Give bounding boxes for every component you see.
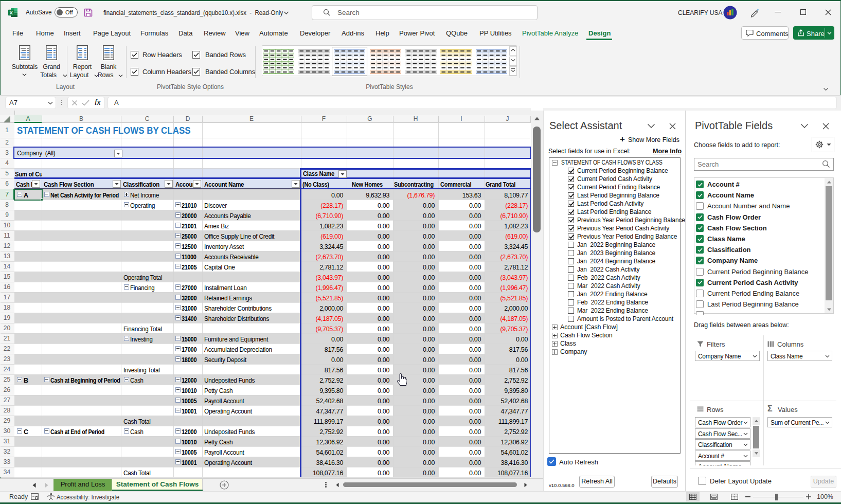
svg-text:X: X [10,10,13,15]
